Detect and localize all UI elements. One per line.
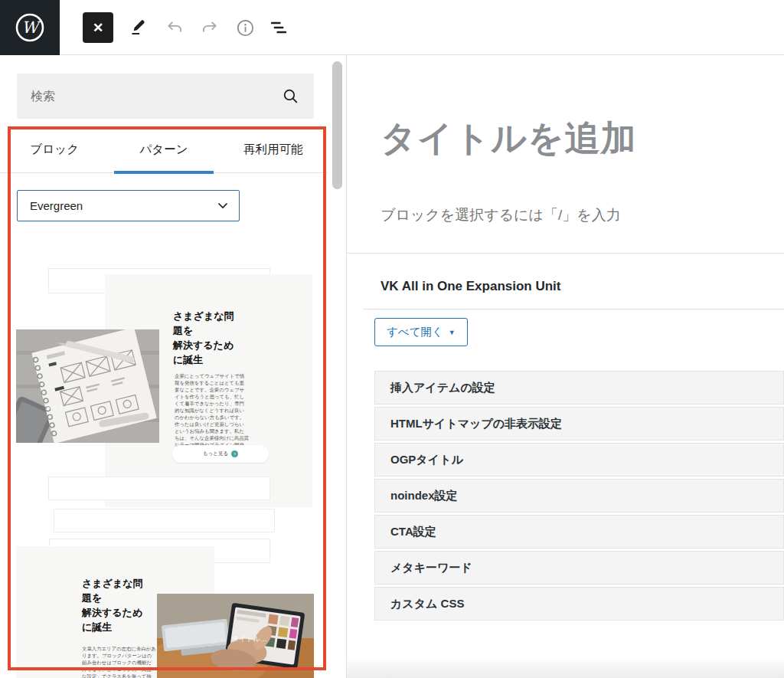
section-row-noindex[interactable]: noindex設定: [374, 479, 784, 513]
pattern-preview-1-body[interactable]: 企業にとってウェブサイトで情報を発信をすることはとても重要なことです。企業のウェ…: [175, 373, 249, 456]
pattern-preview-more-button[interactable]: もっと見る ›: [172, 445, 269, 463]
search-icon: [281, 87, 300, 106]
post-title-input[interactable]: タイトルを追加: [381, 115, 636, 162]
wordpress-block-editor: W ✕: [0, 0, 784, 678]
editor-canvas: タイトルを追加 ブロックを選択するには「/」を入力 VK All in One …: [347, 55, 784, 678]
editor-toolbar: W ✕: [0, 0, 784, 55]
pattern-preview-2-body[interactable]: 文章入力エリアの左右に余白があります。ブロックパターンはの組み合わせはブロックの…: [82, 646, 156, 678]
search-input[interactable]: [31, 74, 276, 119]
open-all-button[interactable]: すべて開く ▼: [374, 318, 468, 346]
info-circle-icon: [235, 18, 256, 38]
edit-tool-button[interactable]: [126, 15, 150, 40]
sidebar-scrollbar-thumb[interactable]: [332, 61, 342, 189]
undo-arrow-icon: [165, 18, 185, 38]
chevron-down-icon: [217, 202, 228, 209]
pattern-preview-1-heading[interactable]: さまざまな問題を 解決するため に誕生: [173, 310, 239, 367]
inserter-tabs: ブロック パターン 再利用可能: [0, 126, 328, 173]
redo-arrow-icon: [200, 18, 220, 38]
tab-patterns[interactable]: パターン: [109, 126, 219, 172]
pattern-preview-2-image[interactable]: タイトル…: [157, 594, 314, 678]
redo-button[interactable]: [198, 15, 222, 40]
pattern-category-select[interactable]: Evergreen: [17, 190, 240, 221]
svg-text:W: W: [21, 18, 41, 37]
preview-image-overlay-text: タイトル…: [45, 403, 78, 411]
section-row-ogp-title[interactable]: OGPタイトル: [374, 443, 784, 477]
arrow-circle-icon: ›: [231, 450, 238, 457]
pattern-placeholder-row[interactable]: [54, 509, 275, 532]
list-view-icon: [267, 16, 290, 39]
pencil-icon: [128, 18, 148, 38]
undo-button[interactable]: [162, 15, 187, 40]
preview-image-overlay-text: タイトル…: [232, 635, 267, 643]
tab-blocks[interactable]: ブロック: [0, 126, 109, 172]
section-row-insert-items[interactable]: 挿入アイテムの設定: [374, 371, 784, 405]
metabox-section-list: 挿入アイテムの設定 HTMLサイトマップの非表示設定 OGPタイトル noind…: [374, 371, 784, 623]
section-row-meta-keywords[interactable]: メタキーワード: [374, 551, 784, 585]
open-all-label: すべて開く: [387, 325, 443, 339]
metabox-title-divider: [363, 309, 784, 310]
tablet-hands-photo: タイトル…: [157, 594, 314, 678]
pattern-search-box: [17, 74, 314, 119]
notebook-wireframe-photo: タイトル…: [16, 329, 159, 443]
section-row-custom-css[interactable]: カスタム CSS: [374, 587, 784, 621]
wordpress-logo-icon: W: [14, 11, 46, 44]
metabox-top-divider: [347, 253, 784, 254]
block-inserter-toggle-button[interactable]: ✕: [83, 12, 113, 43]
pattern-placeholder-row[interactable]: [48, 477, 270, 500]
pattern-preview-2-heading[interactable]: さまざまな問題を 解決するため に誕生: [82, 577, 148, 634]
details-button[interactable]: [233, 15, 257, 40]
more-button-label: もっと見る: [203, 450, 228, 457]
bottom-edge-fade: [347, 657, 784, 678]
section-row-cta[interactable]: CTA設定: [374, 515, 784, 549]
pattern-category-value: Evergreen: [30, 199, 83, 212]
list-view-button[interactable]: [266, 15, 291, 40]
metabox-title: VK All in One Expansion Unit: [381, 279, 561, 294]
inserter-sidebar: ブロック パターン 再利用可能 Evergreen: [0, 55, 346, 678]
block-appender-placeholder[interactable]: ブロックを選択するには「/」を入力: [381, 205, 621, 225]
wordpress-logo[interactable]: W: [0, 0, 60, 55]
tab-reusable[interactable]: 再利用可能: [218, 126, 328, 172]
caret-down-icon: ▼: [449, 329, 456, 336]
section-row-html-sitemap[interactable]: HTMLサイトマップの非表示設定: [374, 407, 784, 441]
close-icon: ✕: [93, 20, 103, 36]
pattern-preview-1-image[interactable]: タイトル…: [16, 329, 159, 443]
